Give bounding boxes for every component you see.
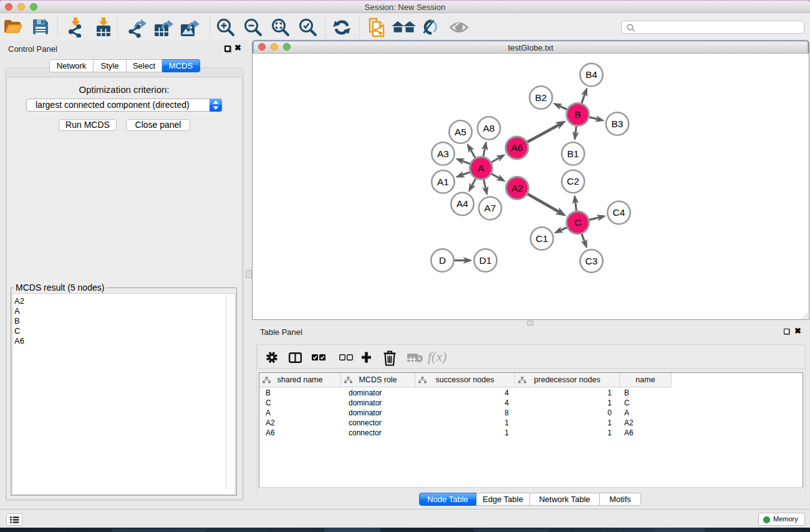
svg-text:A3: A3 [437,148,449,159]
svg-text:A4: A4 [456,198,468,209]
svg-text:A5: A5 [455,127,466,137]
svg-text:B1: B1 [567,148,579,159]
svg-text:A8: A8 [483,123,495,133]
svg-text:A7: A7 [485,203,496,213]
svg-text:C3: C3 [586,256,598,266]
svg-text:B: B [574,109,581,120]
svg-text:C1: C1 [536,233,548,244]
svg-text:D: D [439,255,446,266]
svg-text:A2: A2 [511,183,523,193]
svg-text:C2: C2 [567,176,579,186]
svg-text:B3: B3 [612,118,624,129]
svg-text:D1: D1 [480,255,492,266]
svg-text:C4: C4 [613,207,625,218]
svg-text:A: A [478,163,485,173]
svg-text:A6: A6 [511,142,523,153]
svg-text:B4: B4 [586,69,597,80]
svg-text:B2: B2 [535,92,547,103]
svg-text:C: C [574,217,581,228]
svg-text:A1: A1 [437,177,449,187]
